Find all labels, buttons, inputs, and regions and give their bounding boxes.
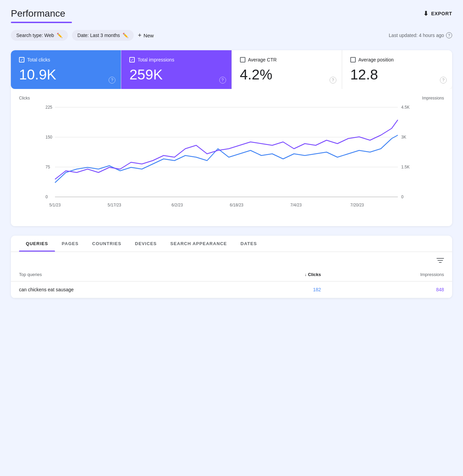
search-type-filter[interactable]: Search type: Web ✏️	[11, 30, 68, 41]
average-ctr-checkbox[interactable]	[240, 57, 245, 62]
tab-pages[interactable]: PAGES	[55, 236, 86, 252]
clicks-cell: 182	[229, 281, 329, 298]
metrics-chart-card: Total clicks 10.9K ? Total impressions 2…	[11, 50, 452, 226]
total-impressions-value: 259K	[129, 67, 223, 83]
chart-y-right-label: Impressions	[422, 96, 444, 100]
tab-countries[interactable]: COUNTRIES	[86, 236, 128, 252]
table-row: can chickens eat sausage 182 848	[11, 281, 452, 298]
average-position-checkbox[interactable]	[350, 57, 356, 62]
chart-svg-container: 225 150 75 0 4.5K 3K 1.5K 0	[19, 101, 444, 218]
performance-chart: 225 150 75 0 4.5K 3K 1.5K 0	[19, 101, 444, 217]
svg-text:0: 0	[401, 195, 404, 199]
col-query-header[interactable]: Top queries	[11, 268, 229, 281]
page-header: Performance ⬇ EXPORT	[11, 8, 452, 19]
svg-text:6/2/23: 6/2/23	[171, 203, 183, 207]
average-ctr-help-icon[interactable]: ?	[330, 77, 336, 84]
title-underline	[11, 22, 72, 23]
metrics-row: Total clicks 10.9K ? Total impressions 2…	[11, 50, 452, 89]
total-clicks-label: Total clicks	[27, 57, 50, 62]
svg-text:6/18/23: 6/18/23	[230, 203, 243, 207]
filter-bar: Search type: Web ✏️ Date: Last 3 months …	[11, 30, 452, 41]
new-filter-button[interactable]: + New	[138, 32, 154, 39]
average-position-value: 12.8	[350, 67, 444, 83]
queries-table: Top queries ↓Clicks Impressions can chic…	[11, 268, 452, 298]
edit-search-type-icon: ✏️	[57, 33, 62, 38]
svg-text:5/1/23: 5/1/23	[49, 203, 61, 207]
svg-text:4.5K: 4.5K	[401, 105, 410, 110]
svg-text:75: 75	[45, 165, 50, 169]
average-position-label: Average position	[358, 57, 394, 62]
last-updated-help-icon[interactable]: ?	[446, 32, 452, 38]
col-clicks-header[interactable]: ↓Clicks	[229, 268, 329, 281]
table-filter-button[interactable]	[437, 257, 444, 265]
average-ctr-value: 4.2%	[240, 67, 334, 83]
metric-average-position[interactable]: Average position 12.8 ?	[342, 50, 452, 89]
date-filter[interactable]: Date: Last 3 months ✏️	[72, 30, 134, 41]
chart-area: Clicks Impressions 225 150 75 0 4.5K 3K …	[11, 89, 452, 226]
svg-text:3K: 3K	[401, 135, 406, 140]
date-label: Date: Last 3 months	[77, 33, 120, 38]
export-icon: ⬇	[423, 10, 429, 17]
svg-text:1.5K: 1.5K	[401, 165, 410, 169]
table-section: QUERIES PAGES COUNTRIES DEVICES SEARCH A…	[11, 236, 452, 298]
export-button[interactable]: ⬇ EXPORT	[423, 10, 452, 17]
svg-text:7/4/23: 7/4/23	[290, 203, 302, 207]
average-position-help-icon[interactable]: ?	[440, 77, 447, 84]
svg-text:0: 0	[45, 195, 48, 199]
search-type-label: Search type: Web	[16, 33, 54, 38]
impressions-cell: 848	[329, 281, 452, 298]
metric-average-ctr[interactable]: Average CTR 4.2% ?	[232, 50, 342, 89]
tab-search-appearance[interactable]: SEARCH APPEARANCE	[164, 236, 234, 252]
chart-y-left-label: Clicks	[19, 96, 30, 100]
last-updated: Last updated: 4 hours ago ?	[389, 32, 452, 38]
svg-text:150: 150	[45, 135, 52, 140]
svg-text:5/17/23: 5/17/23	[108, 203, 121, 207]
query-cell: can chickens eat sausage	[11, 281, 229, 298]
new-label: New	[144, 33, 154, 38]
table-toolbar	[11, 252, 452, 268]
tabs-row: QUERIES PAGES COUNTRIES DEVICES SEARCH A…	[11, 236, 452, 252]
total-impressions-label: Total impressions	[137, 57, 174, 62]
tab-devices[interactable]: DEVICES	[128, 236, 163, 252]
page-title: Performance	[11, 8, 65, 19]
metric-total-clicks[interactable]: Total clicks 10.9K ?	[11, 50, 121, 89]
edit-date-icon: ✏️	[123, 33, 128, 38]
plus-icon: +	[138, 32, 142, 39]
svg-text:7/20/23: 7/20/23	[350, 203, 364, 207]
total-clicks-value: 10.9K	[19, 67, 113, 83]
tab-queries[interactable]: QUERIES	[19, 236, 55, 252]
total-impressions-checkbox[interactable]	[129, 57, 135, 62]
total-impressions-help-icon[interactable]: ?	[219, 77, 226, 84]
tab-dates[interactable]: DATES	[234, 236, 264, 252]
export-label: EXPORT	[431, 11, 452, 16]
total-clicks-help-icon[interactable]: ?	[109, 77, 115, 84]
metric-total-impressions[interactable]: Total impressions 259K ?	[121, 50, 231, 89]
sort-arrow-icon: ↓	[304, 272, 307, 277]
total-clicks-checkbox[interactable]	[19, 57, 24, 62]
average-ctr-label: Average CTR	[248, 57, 277, 62]
filter-lines-icon	[437, 257, 444, 263]
last-updated-text: Last updated: 4 hours ago	[389, 33, 444, 38]
svg-text:225: 225	[45, 105, 52, 110]
col-impressions-header[interactable]: Impressions	[329, 268, 452, 281]
